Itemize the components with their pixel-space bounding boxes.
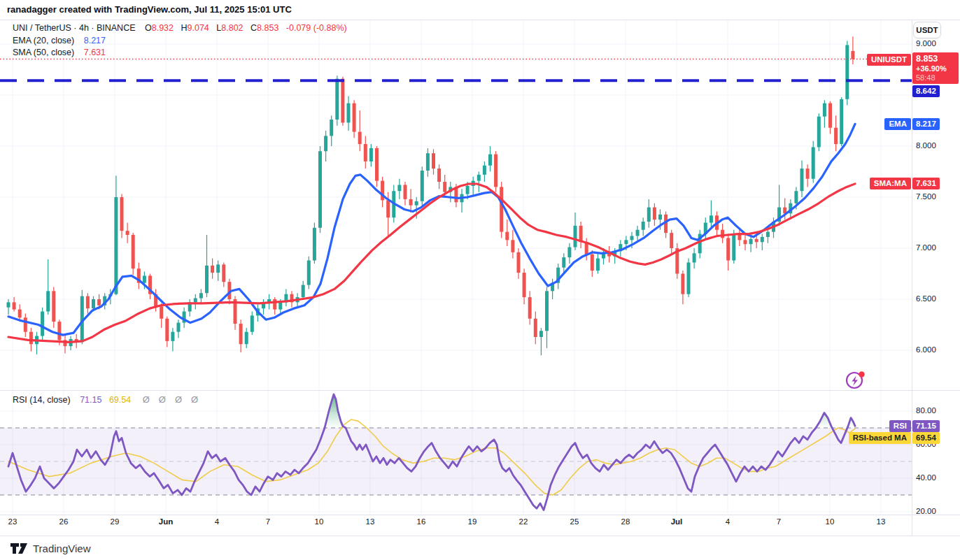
tradingview-logo-icon[interactable] (10, 541, 28, 555)
symbol-title[interactable]: UNI / TetherUS · 4h · BINANCE (13, 23, 136, 33)
open-value: 8.932 (152, 23, 174, 33)
ema-price-badge[interactable]: 8.217 (912, 118, 940, 130)
time-axis-label: 29 (111, 517, 120, 526)
time-axis-label: Jul (671, 517, 683, 526)
time-axis-divider (0, 515, 960, 515)
alert-level-badge[interactable]: 8.642 (912, 85, 940, 97)
rsi-value-badge[interactable]: 71.15 (912, 420, 940, 432)
sma-legend-row[interactable]: SMA (50, close) 7.631 (13, 48, 106, 57)
header-divider (0, 20, 960, 20)
rsi-axis-label: 80.00 (916, 406, 936, 415)
time-axis-label: 22 (519, 517, 528, 526)
time-axis-label: Jun (159, 517, 173, 526)
high-label: H (181, 23, 188, 33)
last-price-badge[interactable]: 8.853 +36.90% 58:48 (912, 52, 959, 84)
close-label: C (250, 23, 257, 33)
rsi-ma-tag[interactable]: RSI-based MA (849, 432, 911, 444)
sma-value: 7.631 (84, 48, 106, 57)
time-axis-label: 10 (315, 517, 324, 526)
time-axis-label: 16 (417, 517, 426, 526)
time-axis-label: 4 (215, 517, 219, 526)
rsi-ma-value-badge[interactable]: 69.54 (912, 432, 940, 444)
last-price: 8.853 (916, 54, 955, 64)
close-value: 8.853 (257, 23, 278, 33)
pane-divider[interactable] (0, 390, 960, 391)
candlestick-chart-canvas[interactable] (0, 0, 960, 560)
sma-price-badge[interactable]: 7.631 (912, 178, 940, 189)
rsi-empty-slots[interactable]: ØØØØ (134, 395, 199, 405)
symbol-tag[interactable]: UNIUSDT (867, 54, 911, 66)
rsi-tag[interactable]: RSI (889, 420, 911, 432)
time-axis-label: 10 (826, 517, 835, 526)
price-axis-label: 9.000 (916, 39, 936, 48)
sma-tag[interactable]: SMA:MA (870, 178, 911, 189)
time-axis-label: 7 (266, 517, 270, 526)
price-axis-label: 8.000 (916, 141, 936, 150)
tradingview-chart-window: ranadagger created with TradingView.com,… (0, 0, 960, 560)
footer-bar: TradingView (0, 536, 960, 560)
time-axis-label: 19 (468, 517, 477, 526)
rsi-value: 71.15 (80, 395, 101, 405)
open-label: O (145, 23, 152, 33)
price-axis-label: 6.500 (916, 294, 936, 303)
flash-alert-icon[interactable] (845, 369, 867, 390)
time-axis-label: 26 (59, 517, 69, 526)
time-axis-label: 28 (621, 517, 630, 526)
change-value: -0.079 (-0.88%) (286, 23, 347, 33)
ema-tag[interactable]: EMA (884, 118, 911, 130)
ema-label: EMA (20, close) (13, 36, 74, 45)
time-axis-label: 13 (366, 517, 375, 526)
low-value: 8.802 (221, 23, 243, 33)
sma-label: SMA (50, close) (13, 48, 74, 57)
change-percent: +36.90% (916, 64, 955, 73)
rsi-axis-label: 40.00 (916, 473, 936, 482)
price-axis-label: 7.000 (916, 243, 936, 252)
high-value: 9.074 (188, 23, 209, 33)
symbol-legend-row[interactable]: UNI / TetherUS · 4h · BINANCE O8.932 H9.… (13, 23, 347, 33)
time-axis-label: 25 (570, 517, 579, 526)
ema-legend-row[interactable]: EMA (20, close) 8.217 (13, 36, 106, 45)
price-axis-divider (912, 20, 912, 536)
rsi-legend-row[interactable]: RSI (14, close) 71.15 69.54 ØØØØ (13, 394, 198, 405)
ema-value: 8.217 (84, 36, 106, 45)
bar-countdown: 58:48 (916, 73, 955, 82)
time-axis-label: 7 (777, 517, 781, 526)
tradingview-brand-text[interactable]: TradingView (33, 543, 91, 554)
price-axis-label: 7.500 (916, 192, 936, 201)
time-axis-label: 13 (877, 517, 886, 526)
rsi-label: RSI (14, close) (13, 395, 71, 405)
rsi-ma-value: 69.54 (109, 395, 131, 405)
time-axis-label: 4 (726, 517, 730, 526)
rsi-axis-label: 20.00 (916, 507, 936, 515)
price-axis-label: 6.000 (916, 345, 936, 354)
currency-toggle-button[interactable]: USDT (913, 22, 941, 38)
time-axis-label: 23 (8, 517, 17, 526)
